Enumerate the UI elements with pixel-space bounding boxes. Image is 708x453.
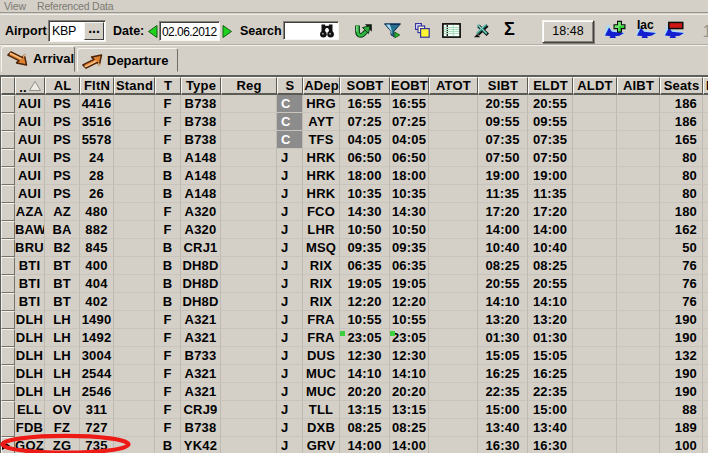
svg-text:Ĭac: Ĭac	[636, 19, 654, 32]
